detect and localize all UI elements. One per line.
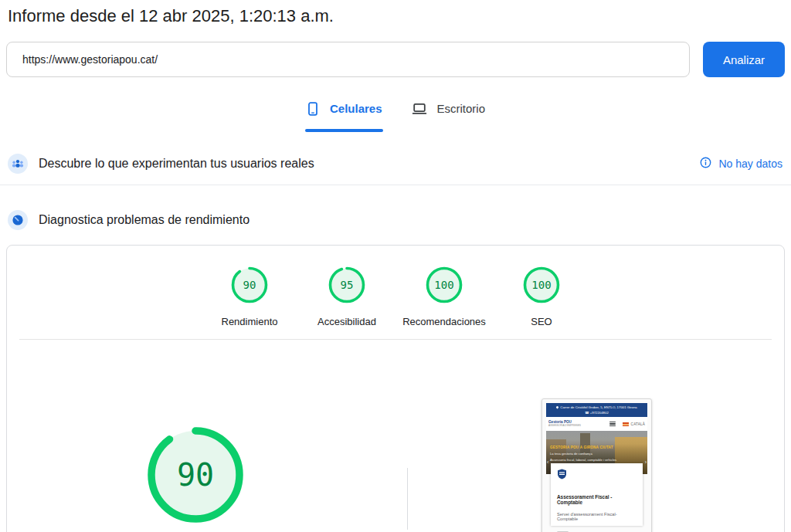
report-card: 90 Rendimiento 95 Accesibilidad 100 <box>6 245 785 532</box>
accessibility-label: Accesibilidad <box>317 316 376 327</box>
best-practices-gauge: 100 <box>426 266 463 303</box>
thumb-card-text: Servei d'assessorament Fiscal-Comptable <box>557 512 637 521</box>
seo-label: SEO <box>531 316 552 327</box>
thumb-phone: +972204802 <box>590 411 609 415</box>
speedometer-icon <box>8 210 28 230</box>
thumb-logo-sub: ASSESSORIA D'EMPRESES <box>548 424 581 428</box>
performance-detail-gauge: 90 <box>146 425 245 524</box>
analyze-bar: Analizar <box>6 42 785 77</box>
page-title: Informe desde el 12 abr 2025, 1:20:13 a.… <box>8 5 791 27</box>
best-practices-score: 100 <box>426 266 463 303</box>
field-data-section[interactable]: Descubre lo que experimentan tus usuario… <box>0 142 791 185</box>
device-tabs: Celulares Escritorio <box>0 100 791 132</box>
desktop-icon <box>412 102 427 118</box>
language-flag-icon <box>623 422 629 426</box>
tab-desktop-label: Escritorio <box>437 102 486 115</box>
performance-detail-score: 90 <box>146 425 245 524</box>
thumb-service-card: Assessorament Fiscal - Comptable Servei … <box>551 463 643 526</box>
field-data-title: Descubre lo que experimentan tus usuario… <box>39 157 314 171</box>
shield-icon <box>557 469 637 483</box>
tab-mobile[interactable]: Celulares <box>305 100 383 132</box>
carousel-next-icon: › <box>645 459 647 465</box>
diagnostics-section[interactable]: Diagnostica problemas de rendimiento <box>0 185 791 245</box>
tab-mobile-label: Celulares <box>330 102 382 115</box>
accessibility-score: 95 <box>328 266 365 303</box>
thumb-hero-line2: Assessoria fiscal, laboral, comptable i … <box>550 458 643 463</box>
carousel-prev-icon: ‹ <box>547 459 548 465</box>
performance-label: Rendimiento <box>222 316 278 327</box>
thumb-card-title: Assessorament Fiscal - Comptable <box>557 494 637 505</box>
thumb-contact-bar: Carrer de Cristòfol Grober, 5, ENTLO, 17… <box>546 403 647 417</box>
score-accessibility[interactable]: 95 Accesibilidad <box>298 266 396 327</box>
no-data-label: No hay datos <box>719 158 783 170</box>
hamburger-menu-icon <box>609 422 616 427</box>
site-screenshot-thumbnail[interactable]: Carrer de Cristòfol Grober, 5, ENTLO, 17… <box>541 398 652 532</box>
thumb-hero-line1: La teva gestoria de confiança <box>550 452 643 456</box>
tab-desktop[interactable]: Escritorio <box>411 100 487 132</box>
no-data-status[interactable]: No hay datos <box>700 157 784 171</box>
thumb-language-label: CATALÀ <box>631 422 645 426</box>
best-practices-label: Recomendaciones <box>402 316 486 327</box>
active-tab-underline <box>305 129 383 132</box>
info-icon <box>700 157 711 171</box>
score-performance[interactable]: 90 Rendimiento <box>201 266 298 327</box>
location-pin-icon <box>556 405 559 408</box>
metrics-column-divider <box>407 468 408 530</box>
thumb-site-header: Gestoria POU ASSESSORIA D'EMPRESES CATAL… <box>546 417 647 431</box>
diagnostics-title: Diagnostica problemas de rendimiento <box>39 213 250 227</box>
accessibility-gauge: 95 <box>328 266 365 303</box>
performance-score: 90 <box>231 266 268 303</box>
url-input[interactable] <box>6 42 690 77</box>
thumb-site-logo: Gestoria POU ASSESSORIA D'EMPRESES <box>548 421 581 428</box>
score-summary: 90 Rendimiento 95 Accesibilidad 100 <box>7 246 784 339</box>
score-seo[interactable]: 100 SEO <box>493 266 590 327</box>
seo-gauge: 100 <box>523 266 560 303</box>
analyze-button[interactable]: Analizar <box>703 42 785 77</box>
seo-score: 100 <box>523 266 560 303</box>
mobile-icon <box>306 102 320 118</box>
performance-detail-section: 90 Carrer de Cristòfol Grober, 5, ENTLO,… <box>7 340 784 530</box>
score-best-practices[interactable]: 100 Recomendaciones <box>396 266 493 327</box>
thumb-hero-title: GESTORIA POU A GIRONA CIUTAT <box>550 446 643 449</box>
thumb-address: Carrer de Cristòfol Grober, 5, ENTLO, 17… <box>560 405 637 409</box>
users-icon <box>8 154 28 174</box>
performance-gauge: 90 <box>231 266 268 303</box>
